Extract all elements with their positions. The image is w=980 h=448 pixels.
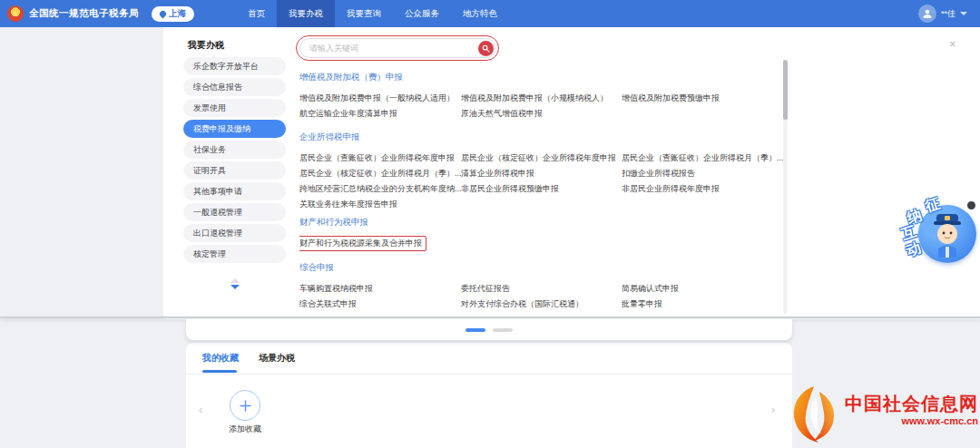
tax-officer-mascot-icon <box>929 212 965 259</box>
menu-item[interactable]: 增值税及附加税费申报（小规模纳税人） <box>461 91 622 106</box>
triangle-up-icon <box>230 278 240 283</box>
panel-bottom-divider <box>0 317 980 318</box>
search-icon <box>482 44 490 53</box>
site-title: 全国统一规范电子税务局 <box>29 7 139 20</box>
menu-item[interactable]: 综合关联式申报 <box>299 297 461 312</box>
menu-item[interactable]: 航空运输企业年度清算申报 <box>299 106 461 122</box>
menu-item[interactable]: 批量零申报 <box>622 297 788 312</box>
user-menu[interactable]: **佳 <box>918 5 967 23</box>
menu-item[interactable]: 增值税及附加税费预缴申报 <box>622 91 788 106</box>
sidebar-item-export-refund[interactable]: 出口退税管理 <box>183 224 286 242</box>
menu-item[interactable]: 简易确认式申报 <box>622 281 788 297</box>
sidebar-item-assessment-mgmt[interactable]: 核定管理 <box>183 245 286 263</box>
nav-item-tax-services[interactable]: 我要办税 <box>277 0 335 27</box>
menu-item[interactable]: 原油天然气增值税申报 <box>461 106 622 122</box>
search-highlight-box <box>296 35 499 61</box>
sidebar-item-invoice-use[interactable]: 发票使用 <box>183 99 286 117</box>
menu-section-vat: 增值税及附加税（费）申报 增值税及附加税费申报（一般纳税人适用） 增值税及附加税… <box>299 71 788 122</box>
section-title: 财产和行为税申报 <box>299 216 788 229</box>
tab-divider <box>186 374 792 375</box>
scrollbar-thumb[interactable] <box>783 60 788 120</box>
top-navigation-bar: ★ 全国统一规范电子税务局 上海 首页 我要办税 我要查询 公众服务 地方特色 … <box>0 0 980 27</box>
search-button[interactable] <box>478 41 494 56</box>
plus-icon <box>240 400 251 412</box>
drag-handle-dot[interactable] <box>967 201 975 209</box>
watermark-site-url: www.wx-cmc.cn <box>831 415 978 426</box>
favorites-tabs: 我的收藏 场景办税 <box>202 352 295 365</box>
menu-item[interactable]: 居民企业（查账征收）企业所得税年度申报 <box>299 151 461 166</box>
menu-item[interactable]: 车辆购置税纳税申报 <box>299 281 461 297</box>
chevron-down-icon <box>960 12 967 15</box>
sidebar-item-certificate-issue[interactable]: 证明开具 <box>183 161 286 180</box>
carousel-next-icon[interactable]: › <box>771 403 775 416</box>
sidebar-item-general-refund[interactable]: 一般退税管理 <box>183 203 286 221</box>
menu-item[interactable]: 非居民企业所得税预缴申报 <box>461 181 622 197</box>
nav-item-local-features[interactable]: 地方特色 <box>451 0 509 27</box>
menu-item[interactable]: 关联业务往来年度报告申报 <box>299 197 461 212</box>
user-icon <box>922 8 933 19</box>
region-label: 上海 <box>169 8 186 20</box>
sidebar-header: 我要办税 <box>188 39 224 52</box>
pagination-dash-active[interactable] <box>466 328 485 332</box>
section-title: 企业所得税申报 <box>299 131 788 143</box>
menu-item[interactable]: 对外支付综合办税（国际汇税通） <box>461 297 622 312</box>
add-favorite-label: 添加收藏 <box>212 424 278 435</box>
search-bar[interactable] <box>299 38 495 58</box>
pagination-dash[interactable] <box>493 328 513 332</box>
nav-item-home[interactable]: 首页 <box>236 0 277 27</box>
menu-section-property-behavior-tax: 财产和行为税申报 财产和行为税税源采集及合并申报 <box>299 216 788 251</box>
menu-item[interactable]: 非居民企业所得税年度申报 <box>622 181 788 197</box>
tab-my-favorites[interactable]: 我的收藏 <box>202 352 239 365</box>
search-input[interactable] <box>309 44 478 53</box>
location-pin-icon <box>159 9 168 18</box>
carousel-prev-icon[interactable]: ‹ <box>199 403 202 416</box>
highlight-annotation-box: 财产和行为税税源采集及合并申报 <box>299 236 426 251</box>
primary-nav: 首页 我要办税 我要查询 公众服务 地方特色 <box>236 0 509 27</box>
menu-section-corporate-income-tax: 企业所得税申报 居民企业（查账征收）企业所得税年度申报 居民企业（核定征收）企业… <box>299 131 788 212</box>
menu-item[interactable]: 委托代征报告 <box>461 281 622 297</box>
menu-item-highlighted[interactable]: 财产和行为税税源采集及合并申报 <box>299 236 461 251</box>
tab-scenario-tax[interactable]: 场景办税 <box>259 352 295 365</box>
favorites-panel: 我的收藏 场景办税 ‹ 添加收藏 › <box>186 343 792 448</box>
menu-section-comprehensive: 综合申报 车辆购置税纳税申报 委托代征报告 简易确认式申报 综合关联式申报 对外… <box>299 261 788 312</box>
sidebar-item-other-matters[interactable]: 其他事项申请 <box>183 182 286 200</box>
section-title: 综合申报 <box>299 261 788 274</box>
tax-services-mega-menu: × 我要办税 乐企数字开放平台 综合信息报告 发票使用 税费申报及缴纳 社保业务… <box>163 27 980 319</box>
avatar <box>918 5 936 23</box>
menu-item[interactable]: 居民企业（查账征收）企业所得税月（季）... <box>622 151 788 166</box>
triangle-down-icon <box>230 285 240 289</box>
interaction-assistant-widget[interactable]: 征 纳 互 动 <box>898 196 976 272</box>
add-favorite-button[interactable] <box>230 390 260 421</box>
sidebar-item-tax-filing-payment[interactable]: 税费申报及缴纳 <box>183 120 286 138</box>
sidebar-expand-icon[interactable] <box>230 278 240 289</box>
nav-item-public-services[interactable]: 公众服务 <box>393 0 451 27</box>
menu-item[interactable]: 居民企业（核定征收）企业所得税年度申报 <box>461 151 622 166</box>
national-emblem-icon: ★ <box>7 5 24 22</box>
site-watermark: 中国社会信息网 www.wx-cmc.cn <box>789 383 980 446</box>
sidebar-item-info-report[interactable]: 综合信息报告 <box>183 78 286 96</box>
active-tab-underline <box>202 370 237 373</box>
menu-item[interactable]: 跨地区经营汇总纳税企业的分支机构年度纳... <box>299 181 461 197</box>
section-title: 增值税及附加税（费）申报 <box>299 71 788 83</box>
close-icon[interactable]: × <box>949 38 956 50</box>
username: **佳 <box>941 8 956 20</box>
nav-item-inquiry[interactable]: 我要查询 <box>335 0 393 27</box>
region-selector[interactable]: 上海 <box>152 6 194 22</box>
menu-pagination <box>186 319 792 340</box>
sidebar-item-leqi-platform[interactable]: 乐企数字开放平台 <box>183 57 286 75</box>
menu-item[interactable]: 清算企业所得税申报 <box>461 166 622 181</box>
menu-item[interactable]: 增值税及附加税费申报（一般纳税人适用） <box>299 91 461 106</box>
menu-item[interactable]: 居民企业（核定征收）企业所得税月（季）... <box>299 166 461 181</box>
watermark-site-name: 中国社会信息网 <box>831 392 978 416</box>
sidebar-item-social-security[interactable]: 社保业务 <box>183 141 286 159</box>
menu-item[interactable]: 扣缴企业所得税报告 <box>622 166 788 181</box>
